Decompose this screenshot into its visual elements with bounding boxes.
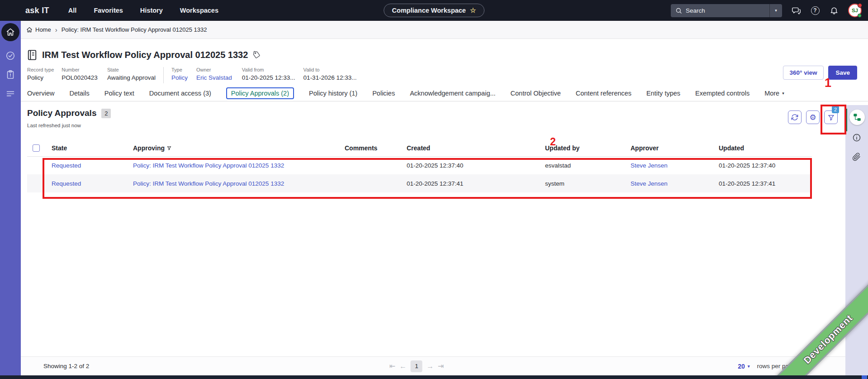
field-owner: Owner Eric Svalstad (196, 67, 232, 81)
annotation-box-filter-button (821, 105, 846, 134)
record-actions: 360° view Save (783, 66, 857, 80)
tab-policy-approvals[interactable]: Policy Approvals (2) (226, 87, 294, 99)
select-all-checkbox[interactable] (33, 144, 40, 152)
sidebar-item-home[interactable] (1, 23, 19, 41)
list-footer: Showing 1-2 of 2 ⇤ ← 1 → ⇥ 20 ▾ rows per… (21, 356, 845, 375)
column-header-updated[interactable]: Updated (715, 140, 812, 156)
home-icon (6, 28, 15, 37)
presence-status-dot (858, 14, 862, 18)
sidebar-item-tasks[interactable] (5, 51, 15, 61)
chat-icon[interactable] (791, 5, 801, 15)
list-settings-button[interactable]: ⚙ (806, 110, 820, 124)
record-title-row: IRM Test Workflow Policy Approval 012025… (27, 48, 868, 62)
tag-icon[interactable] (252, 50, 261, 59)
breadcrumb-home-link[interactable]: Home (26, 26, 51, 33)
next-page-button[interactable]: → (427, 362, 434, 370)
nav-item-history[interactable]: History (140, 7, 163, 14)
sidebar-item-lists[interactable] (5, 89, 15, 99)
next-page-icon: → (427, 362, 434, 370)
refresh-icon (791, 114, 798, 121)
annotation-box-table-rows (43, 158, 812, 199)
related-items-panel-button[interactable] (849, 110, 865, 125)
help-icon[interactable]: ? (810, 5, 820, 15)
first-page-button[interactable]: ⇤ (389, 362, 395, 370)
tab-details[interactable]: Details (69, 90, 89, 97)
search-icon (675, 7, 682, 14)
tab-document-access[interactable]: Document access (3) (149, 90, 211, 97)
column-header-comments[interactable]: Comments (341, 140, 403, 156)
tab-policies[interactable]: Policies (372, 90, 395, 97)
tab-overview[interactable]: Overview (27, 90, 54, 97)
user-avatar[interactable]: SJ (848, 4, 862, 17)
left-sidebar (0, 21, 21, 375)
record-header: IRM Test Workflow Policy Approval 012025… (21, 39, 868, 83)
attachments-paperclip-icon[interactable] (852, 152, 861, 161)
nav-item-favorites[interactable]: Favorites (94, 7, 123, 14)
field-valid-from: Valid from 01-20-2025 12:33... (242, 67, 295, 81)
divider (163, 67, 164, 83)
tab-content-references[interactable]: Content references (576, 90, 631, 97)
check-circle-icon (5, 51, 15, 61)
workspace-pill-label: Compliance Workspace (392, 7, 466, 14)
home-icon (26, 27, 33, 33)
list-title: Policy Approvals (27, 108, 96, 118)
field-state: State Awaiting Approval (107, 67, 156, 81)
topbar-right-group: Search ▾ ? SJ (671, 4, 862, 17)
tab-more-menu[interactable]: More ▾ (764, 90, 784, 97)
breadcrumb-current: Policy: IRM Test Workflow Policy Approva… (62, 26, 207, 33)
right-side-panel-rail (845, 105, 868, 375)
last-page-button[interactable]: ⇥ (438, 362, 444, 370)
workspace-pill[interactable]: Compliance Workspace ☆ (384, 4, 485, 17)
column-header-approver[interactable]: Approver (627, 140, 715, 156)
first-page-icon: ⇤ (389, 362, 395, 370)
page-title: IRM Test Workflow Policy Approval 012025… (42, 50, 248, 60)
save-button[interactable]: Save (828, 66, 857, 80)
prev-page-button[interactable]: ← (399, 362, 407, 370)
annotation-step-1: 1 (825, 76, 831, 90)
hierarchy-tree-icon (853, 113, 861, 121)
tab-policy-text[interactable]: Policy text (104, 90, 134, 97)
search-input[interactable]: Search (671, 4, 769, 17)
chevron-down-icon: ▾ (748, 364, 750, 369)
notification-badge-dot (858, 3, 862, 8)
gear-icon: ⚙ (809, 114, 816, 121)
showing-count: Showing 1-2 of 2 (43, 363, 89, 369)
policy-document-icon (27, 49, 37, 61)
annotation-step-2: 2 (550, 136, 556, 148)
star-icon[interactable]: ☆ (470, 6, 476, 14)
current-page[interactable]: 1 (411, 360, 422, 372)
last-page-icon: ⇥ (438, 362, 444, 370)
page-size-dropdown[interactable]: 20 ▾ (738, 363, 749, 370)
column-header-approving[interactable]: Approving (129, 140, 341, 156)
refresh-button[interactable] (788, 110, 802, 124)
list-icon (5, 89, 15, 99)
search-scope-dropdown[interactable]: ▾ (769, 4, 782, 17)
info-icon[interactable] (852, 133, 861, 142)
column-header-state[interactable]: State (48, 140, 129, 156)
field-valid-to: Valid to 01-31-2026 12:33... (304, 67, 357, 81)
global-search[interactable]: Search ▾ (671, 4, 782, 17)
list-header: Policy Approvals 2 Last refreshed just n… (21, 101, 868, 128)
tab-policy-history[interactable]: Policy history (1) (309, 90, 357, 97)
tab-control-objective[interactable]: Control Objective (511, 90, 561, 97)
tab-exempted-controls[interactable]: Exempted controls (695, 90, 749, 97)
tab-acknowledgement-campaigns[interactable]: Acknowledgement campaig... (410, 90, 495, 97)
sidebar-item-issues[interactable] (5, 70, 15, 80)
nav-item-all[interactable]: All (68, 7, 77, 14)
owner-link[interactable]: Eric Svalstad (196, 74, 232, 81)
field-record-type: Record type Policy (27, 67, 54, 81)
notifications-bell-icon[interactable] (829, 5, 839, 15)
column-header-created[interactable]: Created (403, 140, 541, 156)
pagination: ⇤ ← 1 → ⇥ (389, 360, 444, 372)
field-number: Number POL0020423 (62, 67, 98, 81)
app-logo[interactable]: ask IT (25, 6, 49, 15)
field-type: Type Policy (171, 67, 188, 81)
top-header-bar: ask IT All Favorites History Workspaces … (0, 0, 868, 21)
view-360-button[interactable]: 360° view (783, 66, 824, 80)
nav-item-workspaces[interactable]: Workspaces (180, 7, 218, 14)
last-refreshed-text: Last refreshed just now (27, 123, 111, 128)
record-count-badge: 2 (101, 109, 111, 118)
chevron-down-icon: ▾ (775, 8, 777, 13)
tab-entity-types[interactable]: Entity types (646, 90, 680, 97)
type-link[interactable]: Policy (171, 74, 188, 81)
